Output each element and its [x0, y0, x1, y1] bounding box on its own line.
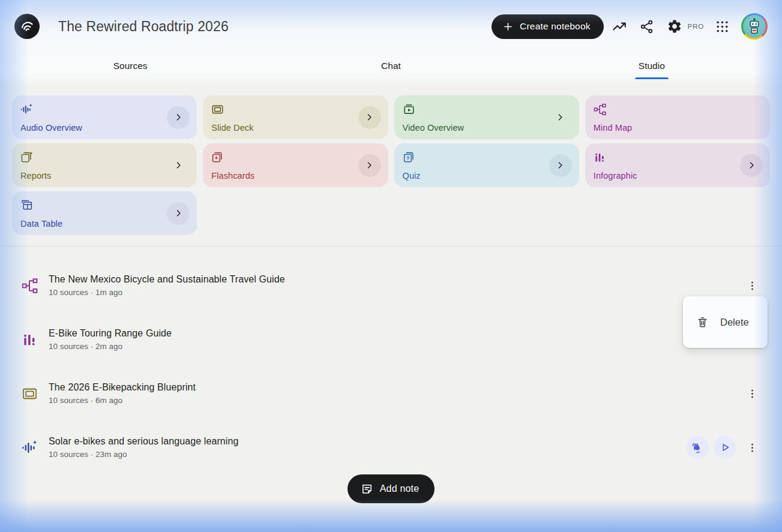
notebook-title[interactable]: The Rewired Roadtrip 2026 — [58, 19, 229, 35]
slide-deck-icon — [211, 103, 224, 116]
item-actions — [744, 385, 760, 402]
chevron-right-icon — [555, 112, 565, 122]
item-meta: 10 sources · 6m ago — [49, 396, 196, 405]
tool-label: Audio Overview — [20, 123, 188, 133]
item-more-button[interactable] — [744, 385, 760, 402]
app-header: The Rewired Roadtrip 2026 Create noteboo… — [0, 0, 782, 53]
infographic-icon — [594, 151, 606, 164]
chevron-right-icon — [555, 160, 565, 170]
panel-tabs: Sources Chat Studio — [0, 53, 782, 79]
tool-label: Infographic — [594, 171, 762, 181]
item-text: The New Mexico Bicycle and Sustainable T… — [49, 274, 285, 297]
chevron-right-icon — [173, 112, 184, 122]
studio-items-list: The New Mexico Bicycle and Sustainable T… — [0, 259, 782, 474]
item-meta: 10 sources · 2m ago — [49, 342, 172, 351]
plus-icon — [502, 21, 514, 32]
item-title: Solar e-bikes and serious language learn… — [49, 436, 239, 447]
add-note-container: Add note — [0, 474, 782, 503]
delete-menu-item[interactable]: Delete — [683, 308, 768, 336]
studio-panel: Audio Overview Slide Deck Video Overview… — [0, 95, 782, 503]
tool-label: Flashcards — [211, 171, 379, 181]
open-video-overview-button[interactable] — [549, 106, 572, 129]
item-text: The 2026 E-Bikepacking Blueprint 10 sour… — [49, 382, 196, 405]
kebab-menu-icon — [747, 388, 758, 399]
open-flashcards-button[interactable] — [358, 154, 381, 177]
note-icon — [361, 483, 373, 495]
slide-deck-icon — [22, 386, 38, 402]
item-meta: 10 sources · 23m ago — [49, 450, 239, 459]
settings-gear-icon[interactable] — [663, 14, 687, 38]
waving-hand-icon — [691, 441, 703, 453]
item-text: E-Bike Touring Range Guide 10 sources · … — [49, 328, 172, 351]
tab-label: Sources — [113, 61, 148, 71]
open-data-table-button[interactable] — [167, 202, 190, 225]
item-actions — [686, 436, 760, 459]
tool-label: Reports — [20, 171, 188, 181]
studio-tool-video-overview[interactable]: Video Overview — [394, 95, 579, 139]
studio-tool-quiz[interactable]: Quiz — [394, 143, 579, 187]
studio-tool-audio-overview[interactable]: Audio Overview — [12, 95, 197, 139]
video-overview-icon — [403, 103, 415, 116]
chevron-right-icon — [173, 208, 184, 218]
tool-label: Video Overview — [403, 123, 571, 133]
add-note-label: Add note — [380, 483, 420, 494]
chevron-right-icon — [364, 160, 374, 170]
share-icon[interactable] — [635, 14, 659, 38]
studio-item-audio-overview[interactable]: Solar e-bikes and serious language learn… — [0, 420, 782, 474]
studio-tool-reports[interactable]: Reports — [12, 143, 197, 187]
avatar-robot-image — [743, 15, 766, 38]
item-title: The 2026 E-Bikepacking Blueprint — [49, 382, 196, 393]
open-audio-overview-button[interactable] — [167, 106, 190, 129]
pro-badge: PRO — [688, 23, 704, 30]
studio-tool-flashcards[interactable]: Flashcards — [203, 143, 388, 187]
interactive-mode-button[interactable] — [686, 436, 709, 459]
notebooklm-logo-icon[interactable] — [14, 14, 40, 39]
analytics-icon[interactable] — [607, 14, 631, 38]
tool-label: Quiz — [403, 171, 571, 181]
item-title: E-Bike Touring Range Guide — [49, 328, 172, 339]
tab-sources[interactable]: Sources — [0, 53, 260, 79]
item-meta: 10 sources · 1m ago — [49, 288, 285, 297]
active-tab-underline — [635, 77, 669, 79]
tool-label: Data Table — [20, 219, 188, 229]
create-notebook-button[interactable]: Create notebook — [492, 14, 604, 39]
studio-tools-grid: Audio Overview Slide Deck Video Overview… — [12, 95, 770, 235]
user-avatar[interactable] — [741, 13, 768, 40]
studio-tool-data-table[interactable]: Data Table — [12, 191, 197, 235]
add-note-button[interactable]: Add note — [347, 474, 435, 503]
infographic-icon — [22, 332, 38, 348]
studio-tool-mind-map[interactable]: Mind Map — [585, 95, 770, 139]
studio-item-slide-deck[interactable]: The 2026 E-Bikepacking Blueprint 10 sour… — [0, 366, 782, 420]
tab-studio[interactable]: Studio — [522, 53, 782, 79]
kebab-menu-icon — [747, 442, 758, 453]
studio-item-infographic[interactable]: E-Bike Touring Range Guide 10 sources · … — [0, 312, 782, 366]
audio-waveform-sparkle-icon — [22, 440, 38, 456]
quiz-icon — [403, 151, 415, 164]
play-audio-button[interactable] — [714, 436, 736, 459]
studio-tool-slide-deck[interactable]: Slide Deck — [203, 95, 388, 139]
item-more-button[interactable] — [744, 439, 760, 456]
tool-label: Slide Deck — [211, 123, 379, 133]
item-title: The New Mexico Bicycle and Sustainable T… — [49, 274, 285, 285]
open-reports-button[interactable] — [167, 154, 190, 177]
tool-label: Mind Map — [594, 123, 762, 133]
tab-chat[interactable]: Chat — [260, 53, 521, 79]
studio-tool-infographic[interactable]: Infographic — [585, 143, 770, 187]
open-quiz-button[interactable] — [549, 154, 572, 177]
apps-grid-icon[interactable] — [710, 14, 734, 38]
report-sparkle-icon — [20, 151, 33, 164]
studio-item-mind-map[interactable]: The New Mexico Bicycle and Sustainable T… — [0, 259, 782, 312]
item-more-button[interactable] — [744, 277, 760, 294]
play-icon — [719, 441, 731, 453]
create-notebook-label: Create notebook — [520, 21, 591, 32]
flashcards-icon — [211, 151, 224, 164]
open-slide-deck-button[interactable] — [358, 106, 381, 129]
item-text: Solar e-bikes and serious language learn… — [49, 436, 239, 459]
mind-map-icon — [22, 278, 38, 294]
kebab-menu-icon — [747, 280, 758, 291]
tab-label: Studio — [639, 61, 665, 71]
context-menu: Delete — [683, 296, 768, 348]
open-infographic-button[interactable] — [740, 154, 763, 177]
chevron-right-icon — [364, 112, 374, 122]
data-table-icon — [20, 199, 33, 212]
